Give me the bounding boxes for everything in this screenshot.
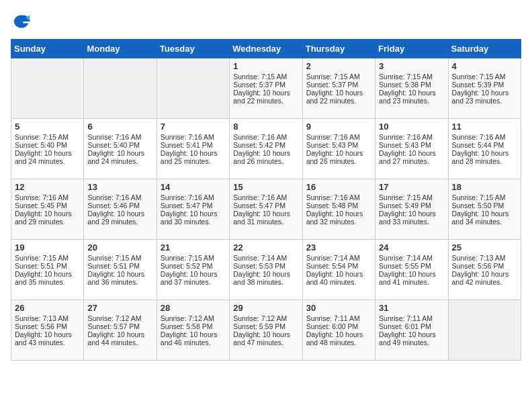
weekday-header: Monday: [84, 40, 157, 58]
day-info: Sunrise: 7:15 AM: [87, 254, 152, 262]
day-number: 5: [15, 122, 80, 132]
calendar-cell: 30Sunrise: 7:11 AMSunset: 6:00 PMDayligh…: [302, 300, 375, 361]
day-info: Daylight: 10 hours: [15, 330, 80, 338]
day-info: Sunrise: 7:16 AM: [306, 193, 371, 201]
calendar-cell: [11, 58, 84, 119]
calendar-cell: [84, 58, 157, 119]
day-info: and 48 minutes.: [306, 338, 371, 347]
day-info: Sunrise: 7:15 AM: [161, 254, 226, 262]
day-info: and 35 minutes.: [15, 278, 80, 286]
day-info: Sunrise: 7:16 AM: [161, 133, 226, 141]
day-info: and 33 minutes.: [379, 218, 444, 226]
calendar-cell: 27Sunrise: 7:12 AMSunset: 5:57 PMDayligh…: [84, 300, 157, 361]
calendar-cell: 1Sunrise: 7:15 AMSunset: 5:37 PMDaylight…: [230, 58, 302, 119]
day-info: Daylight: 10 hours: [379, 210, 444, 218]
day-info: Sunrise: 7:16 AM: [452, 133, 517, 141]
day-info: Sunrise: 7:15 AM: [452, 73, 517, 81]
day-info: Sunset: 5:51 PM: [15, 262, 80, 270]
calendar-cell: 9Sunrise: 7:16 AMSunset: 5:43 PMDaylight…: [302, 119, 375, 179]
calendar-week-row: 12Sunrise: 7:16 AMSunset: 5:45 PMDayligh…: [11, 179, 521, 240]
day-info: and 22 minutes.: [306, 97, 371, 105]
calendar-cell: 23Sunrise: 7:14 AMSunset: 5:54 PMDayligh…: [302, 240, 375, 300]
day-info: Daylight: 10 hours: [452, 210, 517, 218]
day-info: Sunrise: 7:16 AM: [379, 133, 444, 141]
day-number: 20: [87, 242, 152, 253]
day-info: Sunset: 5:43 PM: [306, 141, 371, 149]
calendar-cell: 4Sunrise: 7:15 AMSunset: 5:39 PMDaylight…: [448, 58, 521, 119]
day-info: Sunrise: 7:14 AM: [379, 254, 444, 262]
calendar-header: SundayMondayTuesdayWednesdayThursdayFrid…: [11, 40, 521, 58]
day-number: 16: [306, 182, 371, 192]
day-info: Sunset: 6:00 PM: [306, 322, 371, 330]
day-info: Sunset: 5:44 PM: [452, 141, 517, 149]
weekday-header: Friday: [375, 40, 448, 58]
calendar-cell: 5Sunrise: 7:15 AMSunset: 5:40 PMDaylight…: [11, 119, 84, 179]
day-info: Sunset: 5:41 PM: [161, 141, 226, 149]
calendar-cell: 31Sunrise: 7:11 AMSunset: 6:01 PMDayligh…: [375, 300, 448, 361]
day-info: and 49 minutes.: [379, 338, 444, 347]
day-info: Sunrise: 7:15 AM: [452, 193, 517, 201]
day-info: and 37 minutes.: [161, 278, 226, 286]
day-number: 17: [379, 182, 444, 192]
logo-icon: [11, 11, 32, 32]
day-info: Sunrise: 7:15 AM: [379, 73, 444, 81]
day-info: and 30 minutes.: [161, 218, 226, 226]
day-info: Sunset: 5:45 PM: [15, 201, 80, 210]
day-info: Sunrise: 7:13 AM: [452, 254, 517, 262]
day-number: 14: [161, 182, 226, 192]
calendar-cell: 6Sunrise: 7:16 AMSunset: 5:40 PMDaylight…: [84, 119, 157, 179]
day-info: and 41 minutes.: [379, 278, 444, 286]
day-info: Daylight: 10 hours: [15, 270, 80, 278]
day-info: Sunrise: 7:16 AM: [233, 193, 298, 201]
day-number: 8: [233, 122, 298, 132]
weekday-header: Tuesday: [157, 40, 229, 58]
day-info: and 24 minutes.: [87, 157, 152, 165]
day-info: Sunset: 5:47 PM: [161, 201, 226, 210]
calendar-cell: [448, 300, 521, 361]
calendar-week-row: 5Sunrise: 7:15 AMSunset: 5:40 PMDaylight…: [11, 119, 521, 179]
calendar-cell: 11Sunrise: 7:16 AMSunset: 5:44 PMDayligh…: [448, 119, 521, 179]
calendar-cell: 16Sunrise: 7:16 AMSunset: 5:48 PMDayligh…: [302, 179, 375, 240]
calendar-cell: 17Sunrise: 7:15 AMSunset: 5:49 PMDayligh…: [375, 179, 448, 240]
day-info: Sunrise: 7:12 AM: [87, 314, 152, 322]
day-info: and 38 minutes.: [233, 278, 298, 286]
day-info: and 46 minutes.: [161, 338, 226, 347]
day-info: Sunrise: 7:13 AM: [15, 314, 80, 322]
weekday-header-row: SundayMondayTuesdayWednesdayThursdayFrid…: [11, 40, 521, 58]
calendar-week-row: 1Sunrise: 7:15 AMSunset: 5:37 PMDaylight…: [11, 58, 521, 119]
day-info: Sunrise: 7:11 AM: [306, 314, 371, 322]
calendar-cell: 12Sunrise: 7:16 AMSunset: 5:45 PMDayligh…: [11, 179, 84, 240]
day-info: Sunrise: 7:15 AM: [306, 73, 371, 81]
calendar-cell: 25Sunrise: 7:13 AMSunset: 5:56 PMDayligh…: [448, 240, 521, 300]
day-number: 6: [87, 122, 152, 132]
day-info: Daylight: 10 hours: [233, 210, 298, 218]
weekday-header: Thursday: [302, 40, 375, 58]
day-number: 31: [379, 303, 444, 313]
day-number: 2: [306, 61, 371, 71]
day-info: Sunrise: 7:16 AM: [233, 133, 298, 141]
day-number: 26: [15, 303, 80, 313]
day-info: and 44 minutes.: [87, 338, 152, 347]
calendar-table: SundayMondayTuesdayWednesdayThursdayFrid…: [11, 39, 521, 361]
calendar-cell: 24Sunrise: 7:14 AMSunset: 5:55 PMDayligh…: [375, 240, 448, 300]
day-info: Sunrise: 7:14 AM: [306, 254, 371, 262]
day-number: 21: [161, 242, 226, 253]
day-info: Sunset: 5:46 PM: [87, 201, 152, 210]
calendar-cell: 29Sunrise: 7:12 AMSunset: 5:59 PMDayligh…: [230, 300, 302, 361]
day-info: Daylight: 10 hours: [87, 270, 152, 278]
calendar-cell: 20Sunrise: 7:15 AMSunset: 5:51 PMDayligh…: [84, 240, 157, 300]
day-number: 13: [87, 182, 152, 192]
day-number: 9: [306, 122, 371, 132]
day-info: Sunset: 5:40 PM: [87, 141, 152, 149]
day-info: Daylight: 10 hours: [87, 210, 152, 218]
day-info: Sunset: 5:56 PM: [15, 322, 80, 330]
day-info: and 34 minutes.: [452, 218, 517, 226]
day-number: 7: [161, 122, 226, 132]
day-info: and 23 minutes.: [452, 97, 517, 105]
calendar-cell: [157, 58, 229, 119]
day-info: Sunset: 5:54 PM: [306, 262, 371, 270]
day-info: Sunset: 5:39 PM: [452, 81, 517, 89]
day-info: Daylight: 10 hours: [306, 210, 371, 218]
day-info: Daylight: 10 hours: [306, 270, 371, 278]
day-info: Sunset: 5:50 PM: [452, 201, 517, 210]
